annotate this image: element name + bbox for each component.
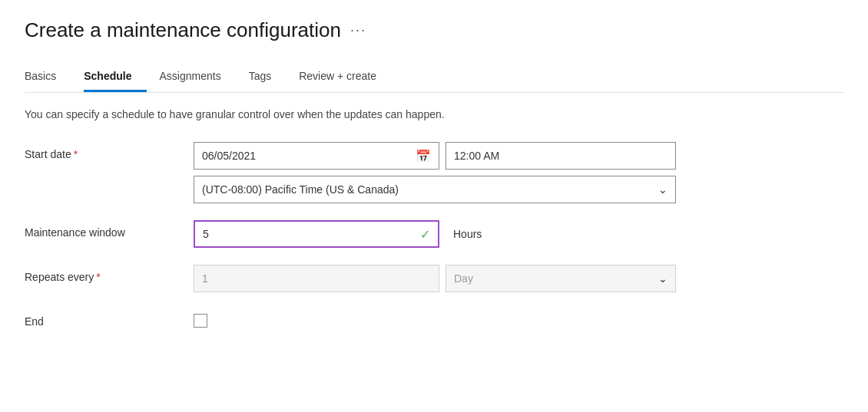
end-checkbox[interactable] (194, 314, 207, 328)
maintenance-window-input-wrapper[interactable]: ✓ (194, 220, 439, 248)
end-checkbox-container (194, 309, 731, 328)
start-date-controls: 06/05/2021 📅 (UTC-08:00) Pacific Time (U… (194, 142, 731, 203)
page-title: Create a maintenance configuration (25, 18, 341, 42)
end-controls (194, 309, 731, 328)
maintenance-window-row: Maintenance window ✓ Hours (25, 220, 843, 248)
tab-review-create[interactable]: Review + create (299, 64, 392, 92)
schedule-description: You can specify a schedule to have granu… (25, 108, 843, 120)
hours-label: Hours (453, 228, 482, 240)
timezone-row: (UTC-08:00) Pacific Time (US & Canada) ⌄ (194, 176, 731, 203)
tab-assignments[interactable]: Assignments (159, 64, 236, 92)
page-header: Create a maintenance configuration ··· (25, 18, 843, 42)
date-value: 06/05/2021 (202, 150, 416, 162)
validation-check-icon: ✓ (420, 227, 430, 242)
tab-basics[interactable]: Basics (25, 64, 71, 92)
repeats-every-input (194, 265, 439, 292)
end-label: End (25, 309, 194, 328)
date-time-row: 06/05/2021 📅 (194, 142, 731, 170)
time-input[interactable] (446, 142, 676, 170)
timezone-dropdown[interactable]: (UTC-08:00) Pacific Time (US & Canada) ⌄ (194, 176, 676, 203)
form-section: Start date* 06/05/2021 📅 (UTC-08:00) Pac… (25, 142, 843, 328)
day-value: Day (454, 272, 473, 285)
start-date-label: Start date* (25, 142, 194, 160)
tab-bar: Basics Schedule Assignments Tags Review … (25, 64, 843, 93)
repeats-every-input-row: Day ⌄ (194, 265, 731, 292)
maintenance-window-controls: ✓ Hours (194, 220, 731, 248)
timezone-value: (UTC-08:00) Pacific Time (US & Canada) (202, 183, 399, 196)
calendar-icon[interactable]: 📅 (416, 149, 431, 163)
day-dropdown: Day ⌄ (446, 265, 676, 292)
maintenance-window-label: Maintenance window (25, 220, 194, 239)
chevron-down-icon: ⌄ (658, 183, 668, 196)
end-row: End (25, 309, 843, 328)
date-input[interactable]: 06/05/2021 📅 (194, 142, 439, 170)
repeats-every-controls: Day ⌄ (194, 265, 731, 292)
required-indicator-2: * (96, 271, 100, 283)
chevron-down-icon-2: ⌄ (658, 272, 668, 285)
repeats-every-label: Repeats every* (25, 265, 194, 283)
required-indicator: * (74, 148, 78, 160)
maintenance-window-input[interactable] (203, 228, 420, 240)
maintenance-window-input-row: ✓ Hours (194, 220, 731, 248)
tab-schedule[interactable]: Schedule (84, 64, 147, 92)
start-date-row: Start date* 06/05/2021 📅 (UTC-08:00) Pac… (25, 142, 843, 203)
more-options-button[interactable]: ··· (350, 22, 366, 38)
tab-tags[interactable]: Tags (249, 64, 287, 92)
repeats-every-row: Repeats every* Day ⌄ (25, 265, 843, 292)
